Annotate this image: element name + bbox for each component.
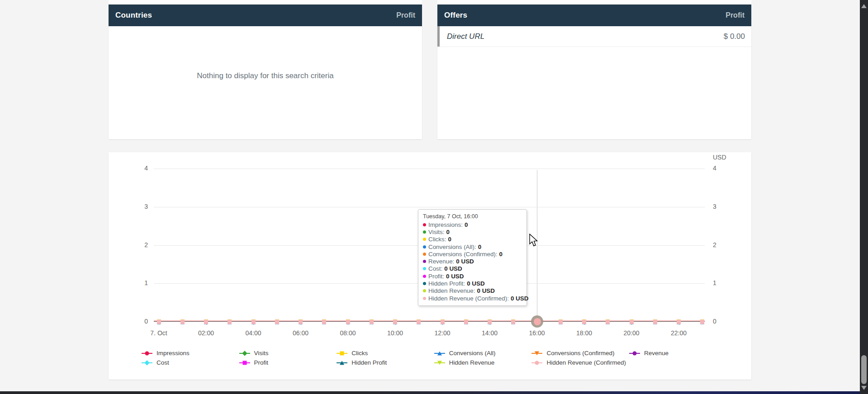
tooltip-series-value: 0 (499, 251, 503, 258)
legend-label: Impressions (157, 349, 190, 357)
data-point-marker (228, 320, 232, 324)
tooltip-series-bullet (423, 245, 426, 249)
tooltip-row: Revenue:0 USD (423, 258, 522, 265)
legend-item[interactable]: Hidden Profit (337, 358, 387, 367)
vertical-scrollbar[interactable] (860, 0, 868, 394)
data-point-marker (700, 320, 704, 324)
tooltip-series-bullet (423, 275, 426, 278)
data-point-marker (346, 320, 350, 324)
legend-item[interactable]: Conversions (All) (434, 349, 496, 358)
y-tick-label-left: 1 (130, 279, 148, 286)
y-tick-label-left: 0 (130, 318, 148, 325)
legend-square-icon (242, 361, 247, 365)
legend-triangle-down-icon (535, 352, 539, 356)
tooltip-series-label: Clicks: (428, 236, 446, 243)
chart-layer: USD 00112233447. Oct02:0004:0006:0008:00… (0, 0, 868, 394)
data-point-marker (393, 320, 397, 324)
x-tick-label: 04:00 (234, 329, 272, 337)
data-point-marker (677, 320, 681, 324)
bottom-taskbar-edge (0, 391, 860, 394)
y-tick-label-left: 3 (130, 203, 148, 210)
legend-item[interactable]: Hidden Revenue (Confirmed) (531, 358, 626, 367)
scroll-up-icon[interactable] (861, 4, 867, 8)
tooltip-series-label: Hidden Profit: (428, 280, 465, 287)
right-axis-title: USD (713, 154, 726, 161)
legend-item[interactable]: Conversions (Confirmed) (531, 349, 614, 358)
legend-item[interactable]: Profit (239, 358, 269, 367)
legend-label: Revenue (644, 349, 669, 357)
legend-triangle-up-icon (437, 352, 442, 356)
legend-series-icon (531, 360, 542, 366)
tooltip-series-value: 0 USD (477, 287, 494, 294)
data-point-marker (488, 320, 492, 324)
tooltip-row: Visits:0 (423, 228, 522, 235)
tooltip-series-value: 0 USD (456, 258, 474, 265)
scroll-down-icon[interactable] (861, 386, 867, 390)
legend-series-icon (142, 350, 152, 356)
tooltip-series-bullet (423, 297, 426, 300)
tooltip-series-bullet (423, 253, 426, 256)
data-point-marker (322, 320, 326, 324)
legend-label: Hidden Revenue (449, 359, 495, 367)
tooltip-series-bullet (423, 260, 426, 263)
tooltip-series-bullet (423, 289, 426, 292)
tooltip-series-label: Hidden Revenue: (428, 287, 475, 294)
tooltip-series-bullet (423, 230, 426, 234)
data-point-marker (464, 320, 468, 324)
data-point-marker (559, 320, 563, 324)
dashboard-page: Countries Profit Nothing to display for … (0, 0, 868, 394)
legend-label: Cost (157, 359, 169, 367)
y-grid-line (154, 169, 705, 169)
tooltip-series-label: Profit: (428, 273, 444, 280)
mouse-cursor (529, 234, 539, 250)
x-tick-label: 18:00 (565, 329, 603, 337)
tooltip-series-value: 0 USD (446, 273, 464, 280)
legend-label: Hidden Profit (351, 359, 387, 367)
legend-triangle-down-icon (437, 361, 442, 365)
data-point-marker (204, 320, 208, 324)
legend-item[interactable]: Hidden Revenue (434, 358, 495, 367)
tooltip-series-label: Hidden Revenue (Confirmed): (428, 295, 509, 302)
tooltip-series-value: 0 (448, 236, 451, 243)
legend-item[interactable]: Visits (239, 349, 269, 358)
x-tick-label: 10:00 (376, 329, 414, 337)
tooltip-series-value: 0 USD (444, 265, 462, 272)
tooltip-series-label: Conversions (Confirmed): (428, 251, 498, 258)
data-point-marker (275, 320, 279, 324)
data-point-marker (511, 320, 515, 324)
x-tick-label: 08:00 (329, 329, 367, 337)
tooltip-row: Hidden Profit:0 USD (423, 280, 522, 287)
tooltip-series-bullet (423, 223, 426, 226)
tooltip-series-label: Revenue: (428, 258, 454, 265)
legend-circle-icon (145, 352, 149, 356)
tooltip-series-label: Cost: (428, 265, 442, 272)
x-tick-label: 12:00 (423, 329, 461, 337)
legend-item[interactable]: Cost (142, 358, 169, 367)
legend-label: Profit (254, 359, 269, 367)
legend-item[interactable]: Clicks (337, 349, 368, 358)
legend-series-icon (337, 350, 347, 356)
scrollbar-thumb[interactable] (861, 355, 867, 384)
data-point-marker (180, 320, 185, 324)
legend-item[interactable]: Revenue (629, 349, 669, 358)
legend-circle-icon (535, 361, 539, 365)
hovered-point (534, 318, 541, 325)
legend-item[interactable]: Impressions (142, 349, 190, 358)
tooltip-row: Hidden Revenue:0 USD (423, 287, 522, 295)
legend-series-icon (239, 350, 250, 356)
x-tick-label: 16:00 (518, 329, 556, 337)
data-point-marker (606, 320, 610, 324)
legend-label: Visits (254, 349, 269, 357)
y-tick-label-right: 3 (713, 203, 731, 210)
x-tick-label: 06:00 (282, 329, 320, 337)
y-tick-label-left: 4 (130, 164, 148, 172)
chart-tooltip: Tuesday, 7 Oct, 16:00 Impressions:0Visit… (418, 209, 527, 306)
legend-series-icon (142, 360, 152, 366)
tooltip-series-label: Impressions: (428, 221, 463, 228)
x-tick-label: 20:00 (612, 329, 650, 337)
legend-series-icon (239, 360, 250, 366)
x-tick-label: 7. Oct (140, 329, 178, 337)
y-tick-label-left: 2 (130, 241, 148, 249)
y-tick-label-right: 1 (713, 279, 731, 286)
tooltip-row: Profit:0 USD (423, 272, 522, 280)
